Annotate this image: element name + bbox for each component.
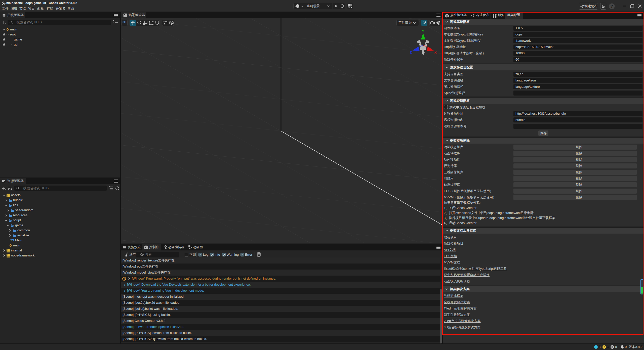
svg-text:X: X <box>434 51 437 54</box>
svg-text:?: ? <box>611 4 613 9</box>
svg-text:Y: Y <box>422 29 424 33</box>
svg-text:i: i <box>596 346 596 348</box>
svg-text:Z: Z <box>410 51 412 54</box>
